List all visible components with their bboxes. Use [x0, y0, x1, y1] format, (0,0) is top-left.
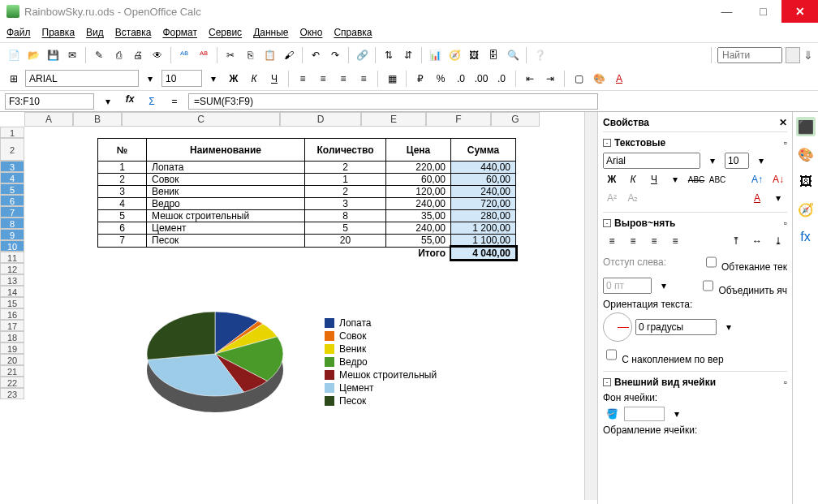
side-abc2-button[interactable]: ABC — [708, 171, 726, 187]
styles-deck-icon[interactable]: 🎨 — [796, 144, 816, 164]
print-icon[interactable]: 🖨 — [129, 46, 147, 64]
dropdown-icon[interactable]: ▾ — [769, 190, 787, 206]
row-header[interactable]: 21 — [0, 365, 24, 377]
table-cell[interactable]: 120,00 — [386, 186, 451, 198]
side-italic-button[interactable]: К — [624, 171, 642, 187]
new-icon[interactable]: 📄 — [5, 46, 23, 64]
chart-icon[interactable]: 📊 — [426, 46, 444, 64]
column-header[interactable]: E — [361, 112, 426, 127]
find-dropdown[interactable] — [786, 47, 800, 63]
number-icon[interactable]: .0 — [452, 70, 470, 88]
vertical-scrollbar[interactable] — [584, 112, 597, 500]
zoom-icon[interactable]: 🔍 — [504, 46, 522, 64]
side-shrink-icon[interactable]: А↓ — [769, 171, 787, 187]
paste-icon[interactable]: 📋 — [260, 46, 278, 64]
menu-format[interactable]: Формат — [162, 27, 197, 38]
sort-desc-icon[interactable]: ⇵ — [399, 46, 417, 64]
namebox-dropdown-icon[interactable]: ▾ — [99, 93, 117, 110]
spreadsheet-area[interactable]: ABCDEFG 12345678910111213141516171819202… — [0, 112, 597, 504]
row-header[interactable]: 3 — [0, 161, 24, 172]
menu-window[interactable]: Окно — [299, 27, 322, 38]
column-header[interactable]: B — [73, 112, 122, 127]
table-cell[interactable]: 1 — [98, 162, 147, 174]
pdf-icon[interactable]: ⎙ — [110, 46, 127, 64]
table-cell[interactable]: 7 — [98, 235, 147, 248]
formula-input[interactable] — [188, 93, 598, 110]
row-header[interactable]: 19 — [0, 342, 24, 354]
percent-icon[interactable]: % — [432, 70, 450, 88]
row-header[interactable]: 1 — [0, 127, 24, 138]
table-header[interactable]: № — [98, 139, 147, 162]
sort-asc-icon[interactable]: ⇅ — [380, 46, 398, 64]
menu-data[interactable]: Данные — [253, 27, 288, 38]
remove-decimal-icon[interactable]: .0 — [493, 70, 510, 88]
dropdown-icon[interactable]: ▾ — [752, 153, 770, 169]
row-header[interactable]: 23 — [0, 388, 24, 399]
table-cell[interactable]: 1 100,00 — [451, 235, 516, 248]
bgcolor-icon[interactable]: 🎨 — [590, 70, 608, 88]
table-cell[interactable]: 2 — [305, 162, 386, 174]
open-icon[interactable]: 📂 — [24, 46, 42, 64]
side-underline-button[interactable]: Ч — [645, 171, 663, 187]
table-cell[interactable]: 240,00 — [386, 222, 451, 235]
font-size-select[interactable] — [161, 70, 202, 87]
stepper-icon[interactable]: ▾ — [655, 278, 673, 294]
row-header[interactable]: 7 — [0, 206, 24, 218]
dropdown-icon[interactable]: ▾ — [704, 153, 721, 169]
side-bold-button[interactable]: Ж — [603, 171, 621, 187]
chart-object[interactable]: ЛопатаСовокВеникВедроМешок строительныйЦ… — [130, 281, 552, 443]
add-decimal-icon[interactable]: .00 — [472, 70, 490, 88]
row-header[interactable]: 13 — [0, 274, 24, 286]
italic-button[interactable]: К — [245, 70, 263, 88]
menu-tools[interactable]: Сервис — [209, 27, 242, 38]
bold-button[interactable]: Ж — [225, 70, 243, 88]
side-size-select[interactable] — [725, 153, 749, 169]
side-font-select[interactable] — [603, 153, 700, 169]
maximize-button[interactable]: □ — [745, 0, 781, 23]
align-center-icon[interactable]: ≡ — [314, 70, 332, 88]
spellcheck-icon[interactable]: ᴬᴮ — [175, 46, 193, 64]
menu-help[interactable]: Справка — [334, 27, 372, 38]
row-header[interactable]: 4 — [0, 172, 24, 183]
table-cell[interactable]: 1 — [305, 174, 386, 186]
menu-file[interactable]: Файл — [6, 27, 31, 38]
table-cell[interactable]: 8 — [305, 210, 386, 222]
table-cell[interactable]: 440,00 — [451, 162, 516, 174]
table-cell[interactable]: Мешок строительный — [147, 210, 305, 222]
table-cell[interactable]: Цемент — [147, 222, 305, 235]
navigator-icon[interactable]: 🧭 — [446, 46, 463, 64]
increase-indent-icon[interactable]: ⇥ — [541, 70, 559, 88]
rotation-dial[interactable] — [603, 312, 632, 342]
properties-deck-icon[interactable]: ⬛ — [796, 117, 816, 136]
underline-button[interactable]: Ч — [265, 70, 283, 88]
align-left-icon[interactable]: ≡ — [294, 70, 312, 88]
table-cell[interactable]: 3 — [305, 198, 386, 210]
stepper-icon[interactable]: ▾ — [720, 319, 738, 335]
gallery-icon[interactable]: 🖼 — [465, 46, 483, 64]
table-header[interactable]: Количество — [305, 139, 386, 162]
collapse-icon[interactable]: - — [603, 378, 611, 386]
row-header[interactable]: 9 — [0, 229, 24, 240]
panel-menu-icon[interactable]: ▫ — [784, 218, 787, 229]
save-icon[interactable]: 💾 — [44, 46, 62, 64]
total-value[interactable]: 4 040,00 — [451, 247, 516, 260]
navigator-deck-icon[interactable]: 🧭 — [796, 200, 816, 219]
rotation-input[interactable] — [635, 319, 717, 335]
side-super-icon[interactable]: A² — [603, 190, 621, 206]
table-cell[interactable]: Лопата — [147, 162, 305, 174]
side-sub-icon[interactable]: A₂ — [624, 190, 642, 206]
fontcolor-icon[interactable]: А — [610, 70, 628, 88]
stack-checkbox[interactable]: С накоплением по вер — [603, 344, 724, 365]
row-header[interactable]: 2 — [0, 138, 24, 161]
hyperlink-icon[interactable]: 🔗 — [353, 46, 371, 64]
table-cell[interactable]: 60,00 — [451, 174, 516, 186]
table-cell[interactable]: 35,00 — [386, 210, 451, 222]
table-cell[interactable]: 5 — [98, 210, 147, 222]
side-grow-icon[interactable]: А↑ — [748, 171, 766, 187]
row-header[interactable]: 18 — [0, 331, 24, 342]
gallery-deck-icon[interactable]: 🖼 — [796, 172, 816, 192]
fillcolor-icon[interactable]: 🪣 — [603, 406, 621, 422]
preview-icon[interactable]: 👁 — [149, 46, 166, 64]
row-header[interactable]: 8 — [0, 218, 24, 229]
autospell-icon[interactable]: ᴬᴮ — [195, 46, 213, 64]
